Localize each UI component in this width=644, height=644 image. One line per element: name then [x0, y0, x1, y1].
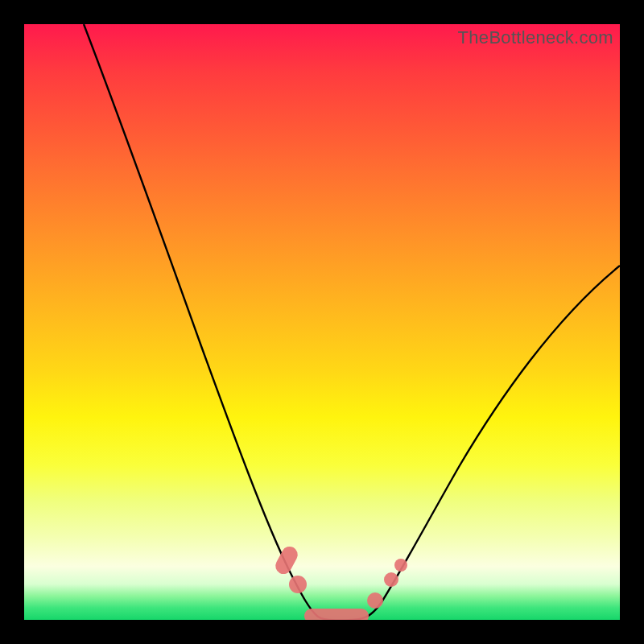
plot-area: TheBottleneck.com — [24, 24, 620, 620]
marker-left-cluster-1 — [273, 543, 301, 576]
marker-right-dot-3 — [394, 559, 407, 572]
marker-right-dot-1 — [367, 592, 383, 609]
marker-left-cluster-2 — [289, 576, 307, 593]
curve-svg — [24, 24, 620, 620]
marker-trough — [304, 609, 369, 620]
bottleneck-curve — [84, 24, 620, 620]
chart-frame: TheBottleneck.com — [0, 0, 644, 644]
marker-right-dot-2 — [384, 572, 398, 587]
marker-group — [273, 543, 407, 620]
